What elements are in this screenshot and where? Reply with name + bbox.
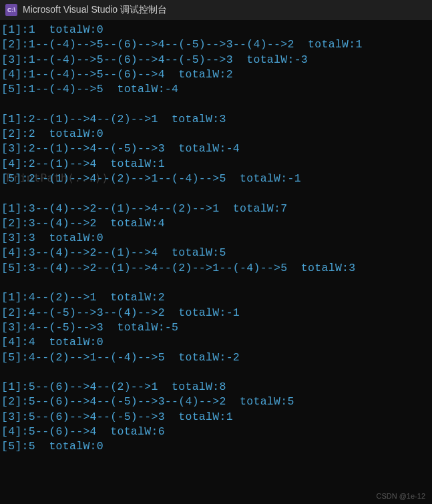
titlebar: C:\ Microsoft Visual Studio 调试控制台 [0, 0, 432, 20]
console-line: [1]:3--(4)-->2--(1)-->4--(2)-->1 totalW:… [1, 202, 431, 216]
console-output: [1]:1 totalW:0[2]:1--(-4)-->5--(6)-->4--… [0, 20, 432, 457]
window-title: Microsoft Visual Studio 调试控制台 [23, 4, 167, 16]
console-line: [3]:3 totalW:0 [1, 231, 431, 246]
console-line: [2]:4--(-5)-->3--(4)-->2 totalW:-1 [1, 306, 431, 320]
console-line: [5]:2--(1)-->4--(2)-->1--(-4)-->5 totalW… [1, 172, 431, 186]
console-line: [4]:5--(6)-->4 totalW:6 [1, 425, 431, 439]
console-line: [1]:5--(6)-->4--(2)-->1 totalW:8 [1, 380, 431, 395]
blank-line [1, 365, 431, 380]
console-line: [2]:3--(4)-->2 totalW:4 [1, 216, 431, 231]
console-line: [1]:4--(2)-->1 totalW:2 [1, 290, 431, 305]
watermark: CSDN @1e-12 [376, 492, 425, 500]
vs-console-icon: C:\ [5, 4, 17, 16]
blank-line [1, 97, 431, 111]
console-line: [3]:1--(-4)-->5--(6)-->4--(-5)-->3 total… [1, 53, 431, 67]
console-line: [1]:2--(1)-->4--(2)-->1 totalW:3 [1, 112, 431, 127]
console-line: [5]:4--(2)-->1--(-4)-->5 totalW:-2 [1, 350, 431, 365]
console-line: [5]:1--(-4)-->5 totalW:-4 [1, 82, 431, 97]
console-line: [1]:1 totalW:0 [1, 23, 431, 37]
console-line: [5]:5 totalW:0 [1, 439, 431, 454]
console-line: [3]:2--(1)-->4--(-5)-->3 totalW:-4 [1, 142, 431, 156]
console-line: [5]:3--(4)-->2--(1)-->4--(2)-->1--(-4)--… [1, 261, 431, 276]
console-line: [4]:2--(1)-->4 totalW:1 [1, 157, 431, 172]
blank-line [1, 186, 431, 201]
console-line: [4]:3--(4)-->2--(1)-->4 totalW:5 [1, 246, 431, 260]
console-line: [3]:5--(6)-->4--(-5)-->3 totalW:1 [1, 410, 431, 425]
console-line: [2]:1--(-4)-->5--(6)-->4--(-5)-->3--(4)-… [1, 37, 431, 52]
console-line: [2]:5--(6)-->4--(-5)-->3--(4)-->2 totalW… [1, 395, 431, 409]
console-line: [3]:4--(-5)-->3 totalW:-5 [1, 320, 431, 335]
console-line: [2]:2 totalW:0 [1, 127, 431, 142]
console-line: [4]:1--(-4)-->5--(6)-->4 totalW:2 [1, 67, 431, 82]
blank-line [1, 276, 431, 290]
console-line: [4]:4 totalW:0 [1, 335, 431, 350]
